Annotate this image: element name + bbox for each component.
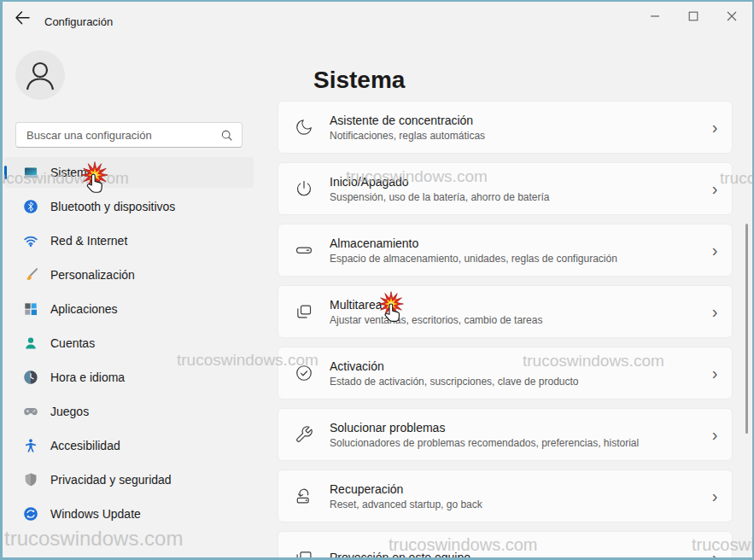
settings-card-icon bbox=[295, 425, 313, 444]
settings-card-icon bbox=[295, 487, 313, 505]
search-input[interactable] bbox=[16, 129, 220, 142]
settings-card-c-recovery[interactable]: Recuperación Reset, advanced startup, go… bbox=[278, 470, 733, 522]
avatar bbox=[15, 50, 65, 100]
settings-card-icon bbox=[295, 364, 313, 382]
page-title: Sistema bbox=[313, 67, 405, 94]
close-button[interactable] bbox=[712, 0, 751, 32]
sidebar-item-i-accessibility[interactable]: Accesibilidad bbox=[4, 430, 254, 461]
sidebar-item-label: Privacidad y seguridad bbox=[50, 473, 172, 487]
settings-card-subtitle: Suspensión, uso de la batería, ahorro de… bbox=[330, 191, 698, 203]
sidebar-item-icon bbox=[23, 506, 38, 522]
settings-card-subtitle: Solucionadores de problemas recomendados… bbox=[330, 437, 698, 449]
chevron-right-icon bbox=[698, 364, 732, 383]
settings-card-icon bbox=[295, 302, 313, 321]
sidebar-item-i-network[interactable]: Red & Internet bbox=[4, 225, 254, 256]
settings-card-icon bbox=[295, 118, 313, 137]
user-icon bbox=[15, 50, 65, 100]
vertical-scrollbar-thumb[interactable] bbox=[745, 224, 748, 434]
sidebar-item-label: Accesibilidad bbox=[50, 439, 120, 452]
settings-card-title: Asistente de concentración bbox=[330, 114, 698, 127]
sidebar-item-icon bbox=[23, 233, 38, 248]
sidebar-item-label: Bluetooth y dispositivos bbox=[50, 200, 175, 213]
settings-card-subtitle: Espacio de almacenamiento, unidades, reg… bbox=[330, 253, 698, 265]
settings-card-title: Recuperación bbox=[330, 482, 698, 496]
settings-card-subtitle: Estado de activación, suscripciones, cla… bbox=[330, 376, 698, 388]
settings-card-icon bbox=[295, 241, 313, 260]
sidebar-item-icon bbox=[23, 370, 38, 385]
settings-card-icon bbox=[295, 179, 313, 198]
titlebar: Configuración bbox=[0, 0, 754, 34]
sidebar-item-label: Personalización bbox=[50, 268, 135, 282]
sidebar-item-icon bbox=[23, 301, 38, 317]
minimize-button[interactable] bbox=[635, 0, 674, 32]
settings-card-title: Activación bbox=[330, 359, 698, 373]
window-title: Configuración bbox=[44, 15, 113, 28]
settings-card-c-multitask[interactable]: Multitarea Ajustar ventanas, escritorios… bbox=[278, 285, 733, 338]
sidebar-item-i-apps[interactable]: Aplicaciones bbox=[4, 294, 254, 324]
settings-card-icon bbox=[295, 548, 313, 560]
sidebar-item-label: Hora e idioma bbox=[50, 370, 125, 384]
close-icon bbox=[727, 11, 737, 21]
sidebar-item-icon bbox=[23, 199, 38, 214]
maximize-icon bbox=[688, 11, 698, 21]
back-icon[interactable] bbox=[12, 9, 32, 26]
sidebar-item-i-gaming[interactable]: Juegos bbox=[4, 396, 254, 427]
search-box bbox=[15, 122, 243, 148]
settings-card-c-troubleshoot[interactable]: Solucionar problemas Solucionadores de p… bbox=[278, 408, 733, 461]
settings-card-subtitle: Reset, advanced startup, go back bbox=[330, 499, 698, 510]
settings-window: { "titlebar": { "title": "Configuración"… bbox=[0, 0, 754, 560]
settings-card-c-projection[interactable]: Proyección en este equipo bbox=[278, 531, 733, 560]
sidebar-item-icon bbox=[23, 165, 38, 180]
chevron-right-icon bbox=[698, 302, 732, 322]
sidebar-item-i-accounts[interactable]: Cuentas bbox=[4, 328, 254, 359]
chevron-right-icon bbox=[698, 425, 732, 445]
sidebar-item-icon bbox=[23, 335, 38, 351]
sidebar-item-label: Juegos bbox=[50, 405, 89, 418]
chevron-right-icon bbox=[698, 118, 732, 137]
settings-card-title: Almacenamiento bbox=[330, 236, 698, 250]
sidebar-item-i-privacy[interactable]: Privacidad y seguridad bbox=[4, 464, 254, 495]
settings-card-title: Solucionar problemas bbox=[330, 421, 698, 435]
chevron-right-icon bbox=[698, 179, 732, 199]
selected-accent-bar bbox=[4, 166, 7, 179]
chevron-right-icon bbox=[698, 548, 732, 560]
maximize-button[interactable] bbox=[674, 0, 712, 32]
settings-card-c-power[interactable]: Inicio/Apagado Suspensión, uso de la bat… bbox=[278, 162, 733, 215]
sidebar-item-i-system[interactable]: Sistema bbox=[4, 157, 254, 188]
settings-card-subtitle: Ajustar ventanas, escritorios, cambio de… bbox=[330, 314, 698, 326]
settings-card-list: Asistente de concentración Notificacione… bbox=[278, 101, 733, 560]
sidebar-item-label: Cuentas bbox=[50, 336, 95, 350]
chevron-right-icon bbox=[698, 487, 732, 506]
minimize-icon bbox=[650, 11, 660, 21]
sidebar-item-i-time[interactable]: Hora e idioma bbox=[4, 362, 254, 393]
settings-card-title: Proyección en este equipo bbox=[330, 551, 698, 560]
settings-card-title: Inicio/Apagado bbox=[330, 175, 698, 189]
sidebar-item-label: Red & Internet bbox=[50, 234, 127, 248]
settings-card-c-activation[interactable]: Activación Estado de activación, suscrip… bbox=[278, 347, 733, 400]
sidebar-item-label: Sistema bbox=[50, 166, 94, 179]
sidebar-nav: Sistema Bluetooth y dispositivos Red & I… bbox=[4, 157, 254, 533]
sidebar-item-i-personalization[interactable]: Personalización bbox=[4, 260, 254, 290]
sidebar-item-icon bbox=[23, 472, 38, 487]
sidebar-item-icon bbox=[23, 404, 38, 419]
settings-card-subtitle: Notificaciones, reglas automáticas bbox=[330, 130, 698, 142]
sidebar-item-icon bbox=[23, 438, 38, 453]
sidebar-item-label: Windows Update bbox=[50, 507, 141, 521]
search-icon bbox=[220, 129, 233, 142]
sidebar-item-label: Aplicaciones bbox=[50, 302, 118, 316]
sidebar-item-i-bluetooth[interactable]: Bluetooth y dispositivos bbox=[4, 191, 254, 222]
sidebar-item-i-update[interactable]: Windows Update bbox=[4, 499, 254, 529]
settings-card-title: Multitarea bbox=[330, 298, 698, 312]
settings-card-c-storage[interactable]: Almacenamiento Espacio de almacenamiento… bbox=[278, 224, 733, 277]
chevron-right-icon bbox=[698, 241, 732, 260]
settings-card-c-moon[interactable]: Asistente de concentración Notificacione… bbox=[278, 101, 733, 154]
sidebar-item-icon bbox=[23, 267, 38, 283]
